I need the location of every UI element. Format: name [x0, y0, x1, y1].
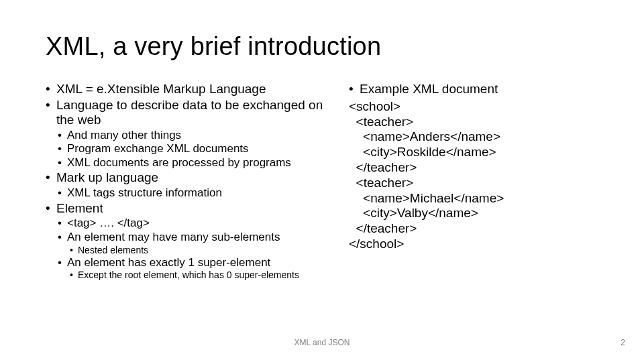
subsub-except: Except the root element, which has 0 sup… — [46, 269, 341, 280]
sub-subelems: An element may have many sub-elements — [46, 231, 341, 244]
xml-line-7: <city>Valby</name> — [349, 206, 604, 221]
footer-text: XML and JSON — [0, 338, 644, 347]
xml-line-4: </teacher> — [349, 160, 604, 176]
sub-tags-struct: XML tags structure information — [46, 186, 341, 200]
bullet-list-left: XML = e.Xtensible Markup Language Langua… — [46, 82, 341, 280]
sub-many: And many other things — [46, 129, 341, 142]
sublist-lang: And many other things Program exchange X… — [46, 129, 341, 170]
xml-line-3: <city>Roskilde</name> — [349, 145, 604, 160]
xml-line-1: <teacher> — [349, 115, 604, 130]
sublist-element: <tag> …. </tag> An element may have many… — [46, 217, 341, 280]
bullet-element: Element — [46, 201, 341, 216]
subsublist-nested: Nested elements — [46, 245, 341, 255]
slide-title: XML, a very brief introduction — [46, 32, 381, 61]
bullet-list-right: Example XML document — [349, 82, 604, 97]
page-number: 2 — [621, 338, 625, 347]
subsub-nested: Nested elements — [46, 245, 341, 255]
xml-line-6: <name>Michael</name> — [349, 191, 604, 206]
bullet-example: Example XML document — [349, 82, 604, 97]
xml-line-9: </school> — [349, 237, 604, 252]
bullet-xml-def: XML = e.Xtensible Markup Language — [46, 82, 341, 97]
sub-tag-syntax: <tag> …. </tag> — [46, 217, 341, 230]
xml-line-5: <teacher> — [349, 176, 604, 191]
bullet-lang-desc: Language to describe data to be exchange… — [46, 98, 341, 127]
sub-processed: XML documents are processed by programs — [46, 156, 341, 170]
sub-program: Program exchange XML documents — [46, 142, 341, 156]
bullet-markup: Mark up language — [46, 170, 341, 185]
xml-line-8: </teacher> — [349, 221, 604, 237]
subsublist-except: Except the root element, which has 0 sup… — [46, 269, 341, 280]
left-column: XML = e.Xtensible Markup Language Langua… — [46, 82, 341, 282]
slide: XML, a very brief introduction XML = e.X… — [0, 0, 644, 362]
xml-line-2: <name>Anders</name> — [349, 129, 604, 145]
xml-line-0: <school> — [349, 99, 604, 115]
sub-super: An element has exactly 1 super-element — [46, 256, 341, 269]
xml-example-block: <school> <teacher> <name>Anders</name> <… — [349, 99, 604, 252]
sublist-markup: XML tags structure information — [46, 186, 341, 200]
right-column: Example XML document <school> <teacher> … — [349, 82, 604, 282]
content-columns: XML = e.Xtensible Markup Language Langua… — [46, 82, 617, 282]
